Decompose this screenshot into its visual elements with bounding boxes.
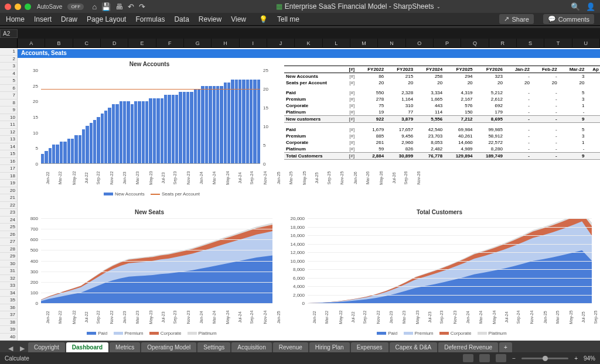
chart-new-accounts[interactable]: New Accounts 051015202530 0510152025 Jan… — [23, 61, 275, 201]
tab-view[interactable]: View — [231, 15, 246, 23]
save-icon[interactable]: 💾 — [101, 2, 111, 11]
redo-icon[interactable]: ↷ — [139, 2, 145, 11]
row-header[interactable]: 9 — [0, 107, 18, 114]
sheet-tab-acquisition[interactable]: Acquisition — [231, 342, 271, 352]
search-icon[interactable]: 🔍 — [571, 2, 580, 11]
column-header[interactable]: H — [212, 39, 239, 48]
zoom-level[interactable]: 94% — [584, 355, 595, 362]
autosave-toggle[interactable]: OFF — [67, 4, 84, 10]
row-header[interactable]: 40 — [0, 334, 18, 341]
row-header[interactable]: 18 — [0, 173, 18, 180]
maximize-window-button[interactable] — [25, 4, 31, 10]
comments-button[interactable]: 💬Comments — [543, 14, 594, 24]
home-icon[interactable]: ⌂ — [92, 2, 97, 11]
sheet-tab-expenses[interactable]: Expenses — [351, 342, 388, 352]
row-header[interactable]: 12 — [0, 129, 18, 136]
row-header[interactable]: 31 — [0, 267, 18, 275]
add-sheet-button[interactable]: + — [499, 342, 512, 352]
row-header[interactable]: 20 — [0, 187, 18, 195]
user-avatar[interactable]: 👤 — [586, 2, 595, 11]
name-box[interactable]: A2 — [0, 29, 18, 38]
row-header[interactable]: 10 — [0, 114, 18, 122]
sheet-tab-operating-model[interactable]: Operating Model — [141, 342, 196, 352]
sheet-tab-dashboard[interactable]: Dashboard — [66, 342, 108, 352]
column-header[interactable]: O — [406, 39, 434, 48]
row-header[interactable]: 13 — [0, 136, 18, 143]
tab-home[interactable]: Home — [6, 15, 25, 23]
tab-page-layout[interactable]: Page Layout — [87, 15, 126, 23]
sheet-tab-metrics[interactable]: Metrics — [110, 342, 140, 352]
column-header[interactable]: I — [240, 39, 267, 48]
row-header[interactable]: 27 — [0, 238, 18, 246]
row-header[interactable]: 21 — [0, 194, 18, 202]
close-window-button[interactable] — [5, 4, 11, 10]
row-header[interactable]: 11 — [0, 121, 18, 129]
tab-formulas[interactable]: Formulas — [135, 15, 165, 23]
row-header[interactable]: 26 — [0, 231, 18, 239]
row-header[interactable]: 8 — [0, 99, 18, 107]
row-header[interactable]: 2 — [0, 56, 18, 63]
sheet-tab-copyright[interactable]: Copyright — [28, 342, 65, 352]
row-header[interactable]: 6 — [0, 85, 18, 92]
column-header[interactable]: T — [544, 39, 572, 48]
row-header[interactable]: 23 — [0, 209, 18, 217]
tab-draw[interactable]: Draw — [61, 15, 77, 23]
sheet-tab-revenue[interactable]: Revenue — [273, 342, 308, 352]
sheet-nav-next-icon[interactable]: ▶ — [16, 345, 28, 352]
row-header[interactable]: 16 — [0, 158, 18, 166]
sheet-tab-capex-d-a[interactable]: Capex & D&A — [390, 342, 438, 352]
zoom-out-icon[interactable]: − — [512, 355, 516, 362]
data-table[interactable]: [#]FY2022FY2023FY2024FY2025FY2026Jan-22F… — [284, 66, 600, 160]
tellme-icon[interactable]: 💡 — [259, 15, 268, 23]
row-header[interactable]: 34 — [0, 290, 18, 297]
row-header[interactable]: 36 — [0, 304, 18, 312]
chevron-down-icon[interactable]: ⌄ — [437, 4, 441, 9]
row-header[interactable]: 17 — [0, 165, 18, 173]
column-header[interactable]: B — [45, 39, 73, 48]
tab-data[interactable]: Data — [174, 15, 189, 23]
view-normal-button[interactable] — [463, 354, 473, 362]
sheet-tab-hiring-plan[interactable]: Hiring Plan — [309, 342, 350, 352]
sheet-tab-deferred-revenue[interactable]: Deferred Revenue — [438, 342, 498, 352]
row-header[interactable]: 15 — [0, 150, 18, 158]
zoom-in-icon[interactable]: + — [574, 355, 578, 362]
sheet-nav-prev-icon[interactable]: ◀ — [5, 345, 16, 352]
chart-total-customers[interactable]: Total Customers 02,0004,0006,0008,00010,… — [284, 209, 595, 338]
row-header[interactable]: 14 — [0, 143, 18, 151]
view-page-layout-button[interactable] — [479, 354, 490, 362]
row-header[interactable]: 39 — [0, 326, 18, 334]
row-header[interactable]: 22 — [0, 202, 18, 210]
column-header[interactable]: N — [378, 39, 405, 48]
sheet-tab-settings[interactable]: Settings — [197, 342, 230, 352]
row-header[interactable]: 25 — [0, 224, 18, 231]
column-header[interactable]: A — [18, 39, 45, 48]
row-header[interactable]: 37 — [0, 311, 18, 319]
row-header[interactable]: 29 — [0, 253, 18, 260]
share-button[interactable]: ↗Share — [499, 14, 533, 24]
column-header[interactable]: C — [73, 39, 101, 48]
column-header[interactable]: G — [184, 39, 212, 48]
tab-insert[interactable]: Insert — [34, 15, 52, 23]
row-header[interactable]: 24 — [0, 217, 18, 224]
column-header[interactable]: J — [267, 39, 295, 48]
row-header[interactable]: 5 — [0, 77, 18, 85]
row-header[interactable]: 19 — [0, 180, 18, 187]
sheet-content[interactable]: Accounts, Seats New Accounts 05101520253… — [18, 48, 600, 341]
minimize-window-button[interactable] — [15, 4, 21, 10]
chart-new-seats[interactable]: New Seats 0100200300400500600700800 Jan-… — [23, 209, 275, 338]
row-header[interactable]: 28 — [0, 246, 18, 253]
worksheet-area[interactable]: 1234567891011121314151617181920212223242… — [0, 48, 600, 341]
row-header[interactable]: 7 — [0, 92, 18, 99]
undo-icon[interactable]: ↶ — [128, 2, 134, 11]
row-header[interactable]: 1 — [0, 48, 18, 56]
row-header[interactable]: 33 — [0, 282, 18, 290]
tab-review[interactable]: Review — [199, 15, 221, 23]
column-header[interactable]: L — [323, 39, 350, 48]
zoom-slider[interactable] — [521, 358, 568, 359]
column-header[interactable]: K — [295, 39, 322, 48]
column-header[interactable]: U — [572, 39, 600, 48]
column-header[interactable]: F — [156, 39, 184, 48]
row-header[interactable]: 3 — [0, 63, 18, 70]
column-header[interactable]: Q — [461, 39, 489, 48]
column-header[interactable]: M — [350, 39, 378, 48]
